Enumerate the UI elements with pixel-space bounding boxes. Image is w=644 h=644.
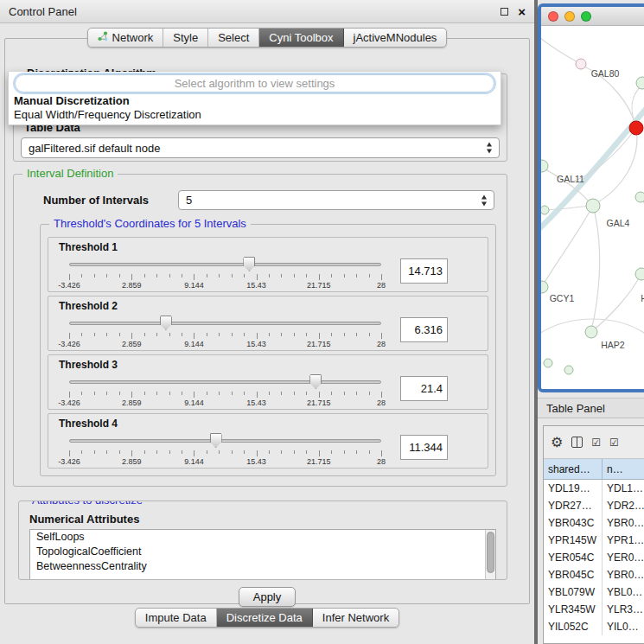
network-node[interactable] [541,281,548,293]
table-row[interactable]: YLR345W YLR3… [544,601,644,618]
table-data-combo[interactable]: galFiltered.sif default node [21,137,500,158]
slider-tick [281,333,282,336]
list-item[interactable]: TopologicalCoefficient [30,545,495,559]
traffic-light-minimize-icon[interactable] [564,11,575,22]
network-edge[interactable] [545,206,590,210]
network-node[interactable] [564,366,573,374]
slider-thumb[interactable] [160,316,172,330]
tab[interactable]: Cyni Toolbox [259,29,343,47]
table-row[interactable]: YER054C YER0… [544,549,644,566]
threshold-label: Threshold 2 [59,300,479,312]
network-node[interactable] [541,206,549,214]
list-scrollbar-thumb[interactable] [487,532,494,573]
table-row[interactable]: YIL052C YIL0… [544,618,644,635]
slider-tick [344,274,345,277]
column-header[interactable]: shared… [544,459,603,480]
slider-tick [81,274,82,277]
slider-tick [106,392,107,395]
algorithm-option[interactable]: Manual Discretization [9,94,501,108]
traffic-light-zoom-icon[interactable] [581,11,591,22]
tab[interactable]: Discretize Data [217,609,313,627]
network-edge[interactable] [591,206,600,330]
slider-tick [306,333,307,336]
slider-tick [306,274,307,277]
slider-thumb[interactable] [210,433,222,448]
threshold-value-field[interactable]: 6.316 [400,317,448,342]
algorithm-option-label: Equal Width/Frequency Discretization [14,108,201,121]
slider-track [69,322,381,325]
tab[interactable]: jActiveMNodules [344,29,447,47]
algorithm-option-label: Manual Discretization [14,94,130,107]
slider-tick [319,450,320,456]
network-node[interactable] [629,121,643,135]
tab[interactable]: Network [88,29,164,47]
checkbox-icon[interactable]: ☑ [591,437,601,448]
tab[interactable]: Infer Network [313,609,399,627]
network-node[interactable] [585,326,597,338]
node-label: GCY1 [550,293,575,303]
network-node[interactable] [576,59,586,69]
column-header[interactable]: n… [603,459,644,480]
table-data-combo-value: galFiltered.sif default node [29,142,160,155]
slider-tick [381,274,382,280]
list-item[interactable]: SelfLoops [30,530,495,545]
network-graph[interactable]: GAL80GAL11GAL4GCY1HAP2H [541,26,644,389]
gear-icon[interactable]: ⚙ [551,436,563,450]
combo-arrows-icon [486,143,494,154]
cell-name: YER0… [603,552,644,564]
table-panel-titlebar: Table Panel [538,398,644,418]
threshold-value-field[interactable]: 11.344 [400,435,448,460]
network-node[interactable] [635,192,644,202]
slider-tick [144,333,145,336]
tab[interactable]: Style [163,29,208,47]
threshold-slider[interactable]: -3.4262.8599.14415.4321.71528 [69,314,381,348]
float-window-icon[interactable] [501,8,508,16]
network-node[interactable] [586,199,600,213]
checkbox-icon[interactable]: ☑ [609,437,619,448]
table-row[interactable]: YDR27… YDR2… [544,497,644,514]
table-row[interactable]: YPR145W YPR1… [544,532,644,549]
algorithm-option[interactable]: Equal Width/Frequency Discretization [9,108,501,122]
slider-tick-labels: -3.4262.8599.14415.4321.71528 [69,340,381,348]
network-edge[interactable] [541,35,581,64]
slider-thumb[interactable] [309,374,322,389]
network-node[interactable] [636,77,644,89]
slider-tick [331,392,332,395]
threshold-slider[interactable]: -3.4262.8599.14415.4321.71528 [69,431,381,466]
slider-thumb[interactable] [243,257,255,271]
slider-tick-label: -3.426 [58,340,80,348]
control-panel-content: Discretization Algorithm Table Data galF… [4,38,530,604]
algorithm-combo[interactable]: Select algorithm to view settings [15,74,494,92]
number-of-intervals-combo[interactable]: 5 [178,190,494,210]
apply-button[interactable]: Apply [239,587,296,607]
table-row[interactable]: YBL079W YBL0… [544,583,644,601]
table-row[interactable]: YBR043C YBR0… [544,514,644,532]
close-icon[interactable]: × [518,5,526,18]
tab[interactable]: Select [208,29,259,47]
slider-tick [94,333,95,336]
network-edge[interactable] [595,128,637,204]
threshold-slider[interactable]: -3.4262.8599.14415.4321.71528 [69,373,381,407]
network-node[interactable] [635,268,644,280]
table-row[interactable]: YDL19… YDL1… [544,480,644,497]
traffic-light-close-icon[interactable] [548,11,558,22]
threshold-value-field[interactable]: 14.713 [400,258,448,284]
network-view-window[interactable]: GAL80GAL11GAL4GCY1HAP2H [538,3,644,392]
slider-tick [356,392,357,395]
slider-tick [319,333,320,339]
list-item[interactable]: BetweennessCentrality [30,559,495,574]
table-row[interactable]: YBR045C YBR0… [544,566,644,583]
list-scrollbar[interactable] [485,530,495,580]
numerical-attributes-list[interactable]: SelfLoopsTopologicalCoefficientBetweenne… [29,529,496,580]
network-canvas[interactable]: GAL80GAL11GAL4GCY1HAP2H [541,26,644,389]
columns-icon[interactable] [571,437,583,448]
algorithm-options: Manual Discretization Equal Width/Freque… [9,94,501,122]
slider-tick [344,450,345,454]
threshold-slider[interactable]: -3.4262.8599.14415.4321.71528 [69,255,381,290]
slider-tick [319,392,320,398]
network-edge[interactable] [541,102,644,233]
slider-tick [144,274,145,277]
network-node[interactable] [544,359,552,367]
tab[interactable]: Impute Data [136,609,217,627]
threshold-value-field[interactable]: 21.4 [400,376,448,401]
